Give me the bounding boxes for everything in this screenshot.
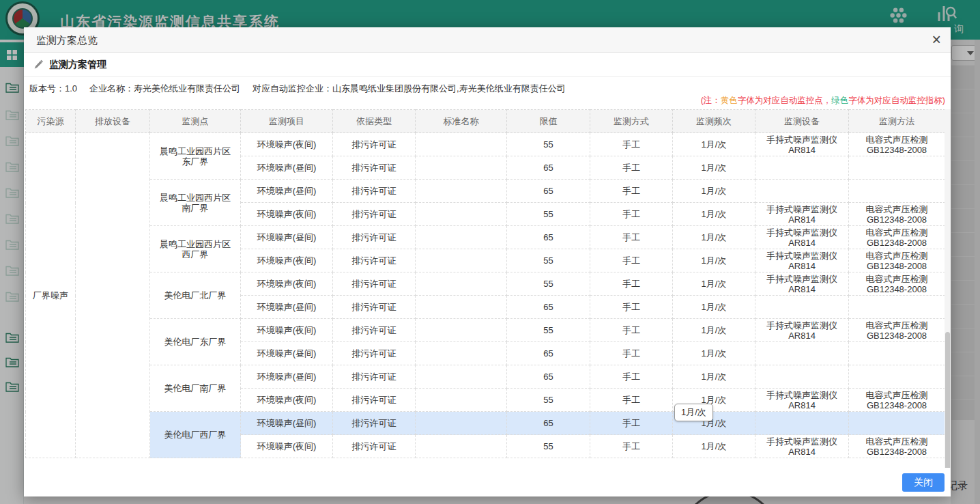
table-row[interactable]: 厂界噪声晨鸣工业园西片区东厂界环境噪声(夜间)排污许可证55手工1月/次手持式噪… — [26, 133, 945, 156]
close-icon[interactable]: × — [932, 29, 941, 50]
monitoring-method-cell: 电容式声压检测 GB12348-2008 — [849, 272, 945, 296]
limit-value-cell: 65 — [507, 180, 590, 203]
company-label: 企业名称： — [89, 83, 134, 94]
monitoring-point-cell: 美伦电厂东厂界 — [150, 319, 241, 365]
monitoring-item-cell: 环境噪声(昼间) — [241, 342, 333, 365]
monitoring-method-cell: 电容式声压检测 GB12348-2008 — [849, 389, 945, 412]
monitoring-mode-cell: 手工 — [590, 365, 673, 389]
monitoring-table: 污染源排放设备监测点监测项目依据类型标准名称限值监测方式监测频次监测设备监测方法… — [25, 109, 945, 458]
table-row[interactable]: 美伦电厂东厂界环境噪声(夜间)排污许可证55手工1月/次手持式噪声监测仪 AR8… — [26, 319, 945, 342]
basis-type-cell: 排污许可证 — [333, 342, 416, 365]
section-bar: 监测方案管理 — [24, 53, 951, 77]
version-label: 版本号： — [29, 83, 65, 94]
basis-type-cell: 排污许可证 — [333, 296, 416, 319]
monitoring-frequency-cell: 1月/次 — [673, 435, 755, 458]
monitoring-method-cell — [849, 296, 945, 319]
monitoring-device-cell: 手持式噪声监测仪 AR814 — [755, 133, 849, 156]
table-scrollbar-thumb[interactable] — [945, 332, 950, 474]
monitoring-device-cell — [755, 412, 849, 435]
emission-device-cell — [76, 133, 150, 458]
limit-value-cell: 65 — [507, 412, 590, 435]
table-row[interactable]: 美伦电厂西厂界环境噪声(昼间)排污许可证65手工1月/次 — [26, 412, 945, 435]
monitoring-point-cell: 晨鸣工业园西片区南厂界 — [150, 180, 241, 226]
monitoring-point-cell: 晨鸣工业园西片区西厂界 — [150, 226, 241, 272]
auto-company-value: 山东晨鸣纸业集团股份有限公司,寿光美伦纸业有限责任公司 — [332, 83, 566, 94]
basis-type-cell: 排污许可证 — [333, 203, 416, 226]
basis-type-cell: 排污许可证 — [333, 133, 416, 156]
column-header: 依据类型 — [333, 110, 416, 133]
close-button[interactable]: 关闭 — [902, 473, 945, 492]
table-row[interactable]: 晨鸣工业园西片区西厂界环境噪声(昼间)排污许可证65手工1月/次手持式噪声监测仪… — [26, 226, 945, 249]
table-row[interactable]: 美伦电厂南厂界环境噪声(昼间)排污许可证65手工1月/次 — [26, 365, 945, 389]
note-green-word: 绿色 — [831, 96, 848, 105]
column-header: 污染源 — [26, 110, 76, 133]
monitoring-item-cell: 环境噪声(昼间) — [241, 412, 333, 435]
column-header: 监测设备 — [755, 110, 849, 133]
basis-type-cell: 排污许可证 — [333, 435, 416, 458]
note-part-2: 字体为对应自动监控点， — [738, 96, 832, 105]
basis-type-cell: 排污许可证 — [333, 180, 416, 203]
table-row[interactable]: 晨鸣工业园西片区南厂界环境噪声(昼间)排污许可证65手工1月/次 — [26, 180, 945, 203]
table-scrollbar-track[interactable] — [945, 109, 951, 478]
auto-company-label: 对应自动监控企业： — [253, 83, 332, 94]
monitoring-mode-cell: 手工 — [590, 296, 673, 319]
monitoring-device-cell — [755, 180, 849, 203]
monitoring-mode-cell: 手工 — [590, 226, 673, 249]
limit-value-cell: 65 — [507, 226, 590, 249]
basis-type-cell: 排污许可证 — [333, 365, 416, 389]
monitoring-item-cell: 环境噪声(昼间) — [241, 296, 333, 319]
monitoring-item-cell: 环境噪声(昼间) — [241, 180, 333, 203]
table-row[interactable]: 美伦电厂北厂界环境噪声(夜间)排污许可证55手工1月/次手持式噪声监测仪 AR8… — [26, 272, 945, 296]
info-area: 版本号：1.0企业名称：寿光美伦纸业有限责任公司对应自动监控企业：山东晨鸣纸业集… — [29, 77, 947, 109]
monitoring-frequency-cell: 1月/次 — [673, 180, 755, 203]
column-header: 监测方法 — [849, 110, 945, 133]
limit-value-cell: 65 — [507, 156, 590, 180]
standard-name-cell — [416, 412, 507, 435]
monitoring-frequency-cell: 1月/次 — [673, 226, 755, 249]
monitoring-method-cell: 电容式声压检测 GB12348-2008 — [849, 249, 945, 272]
monitoring-mode-cell: 手工 — [590, 319, 673, 342]
monitoring-method-cell: 电容式声压检测 GB12348-2008 — [849, 133, 945, 156]
monitoring-device-cell — [755, 365, 849, 389]
monitoring-method-cell — [849, 180, 945, 203]
limit-value-cell: 65 — [507, 365, 590, 389]
standard-name-cell — [416, 342, 507, 365]
monitoring-mode-cell: 手工 — [590, 435, 673, 458]
limit-value-cell: 65 — [507, 296, 590, 319]
monitoring-item-cell: 环境噪声(夜间) — [241, 133, 333, 156]
monitoring-frequency-cell: 1月/次 — [673, 342, 755, 365]
monitoring-device-cell: 手持式噪声监测仪 AR814 — [755, 226, 849, 249]
monitoring-frequency-cell: 1月/次 — [673, 365, 755, 389]
monitoring-item-cell: 环境噪声(昼间) — [241, 365, 333, 389]
monitoring-method-cell — [849, 156, 945, 180]
monitoring-mode-cell: 手工 — [590, 180, 673, 203]
basis-type-cell: 排污许可证 — [333, 226, 416, 249]
standard-name-cell — [416, 319, 507, 342]
column-header: 监测点 — [150, 110, 241, 133]
monitoring-item-cell: 环境噪声(夜间) — [241, 435, 333, 458]
limit-value-cell: 55 — [507, 133, 590, 156]
basis-type-cell: 排污许可证 — [333, 272, 416, 296]
standard-name-cell — [416, 296, 507, 319]
screen: 山东省污染源监测信息共享系统 询 — [0, 0, 980, 504]
pen-icon — [33, 59, 44, 70]
monitoring-mode-cell: 手工 — [590, 342, 673, 365]
version-value: 1.0 — [65, 83, 77, 94]
monitoring-plan-modal: 监测方案总览 × 监测方案管理 版本号：1.0企业名称：寿光美伦纸业有限责任公司… — [24, 27, 951, 496]
basis-type-cell: 排污许可证 — [333, 319, 416, 342]
monitoring-point-cell: 美伦电厂西厂界 — [150, 412, 241, 458]
basis-type-cell: 排污许可证 — [333, 249, 416, 272]
note-part-1: (注： — [701, 96, 721, 105]
standard-name-cell — [416, 249, 507, 272]
standard-name-cell — [416, 133, 507, 156]
limit-value-cell: 55 — [507, 435, 590, 458]
standard-name-cell — [416, 180, 507, 203]
monitoring-device-cell: 手持式噪声监测仪 AR814 — [755, 249, 849, 272]
standard-name-cell — [416, 365, 507, 389]
monitoring-device-cell: 手持式噪声监测仪 AR814 — [755, 203, 849, 226]
monitoring-frequency-cell: 1月/次 — [673, 272, 755, 296]
modal-footer: 关闭 — [24, 468, 951, 496]
standard-name-cell — [416, 226, 507, 249]
monitoring-method-cell: 电容式声压检测 GB12348-2008 — [849, 226, 945, 249]
monitoring-item-cell: 环境噪声(夜间) — [241, 389, 333, 412]
